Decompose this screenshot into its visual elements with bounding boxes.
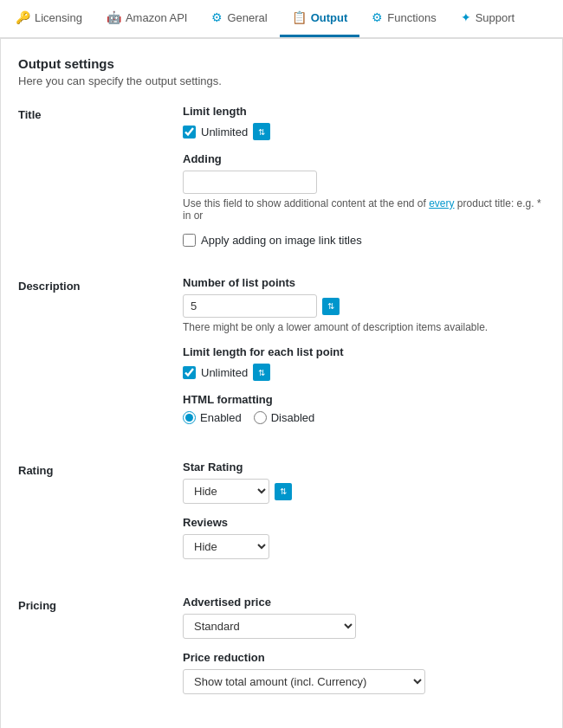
unlimited-label[interactable]: Unlimited	[201, 126, 248, 139]
star-rating-group: Star Rating Hide Show ⇅	[183, 461, 545, 504]
sort-icon-star-rating[interactable]: ⇅	[275, 483, 292, 500]
adding-group: Adding Use this field to show additional…	[183, 152, 545, 222]
tab-output[interactable]: 📋 Output	[280, 0, 360, 37]
functions-icon: ⚙	[372, 10, 383, 24]
price-reduction-group: Price reduction Show total amount (incl.…	[183, 651, 545, 694]
unlimited-checkbox-row: Unlimited ⇅	[183, 123, 545, 140]
apply-adding-row: Apply adding on image link titles	[183, 234, 545, 247]
section-desc: Here you can specify the output settings…	[18, 74, 545, 87]
tab-output-label: Output	[311, 11, 348, 24]
rating-row: Rating Star Rating Hide Show ⇅ Reviews H…	[18, 461, 545, 571]
adding-label: Adding	[183, 152, 545, 165]
reviews-label: Reviews	[183, 516, 545, 529]
limit-length-label: Limit length	[183, 105, 545, 118]
list-points-input[interactable]	[183, 294, 317, 318]
tab-licensing[interactable]: 🔑 Licensing	[3, 0, 94, 37]
reviews-select[interactable]: Hide Show	[183, 534, 269, 559]
unlimited-list-label[interactable]: Unlimited	[201, 366, 248, 379]
description-label: Description	[18, 276, 183, 293]
section-title: Output settings	[18, 56, 545, 71]
list-points-label: Number of list points	[183, 276, 545, 289]
key-icon: 🔑	[16, 10, 30, 24]
price-reduction-select[interactable]: Show total amount (incl. Currency) Show …	[183, 669, 425, 694]
html-enabled-item: Enabled	[183, 411, 242, 424]
sort-icon-desc-unlimited[interactable]: ⇅	[253, 364, 270, 381]
sort-icon-list-points[interactable]: ⇅	[322, 298, 340, 315]
advertised-price-select[interactable]: Standard Sale Original	[183, 614, 356, 639]
unlimited-checkbox[interactable]	[183, 126, 196, 139]
limit-length-list-label: Limit length for each list point	[183, 345, 545, 358]
every-link[interactable]: every	[429, 197, 454, 209]
limit-length-list-group: Limit length for each list point Unlimit…	[183, 345, 545, 381]
list-points-group: Number of list points ⇅ There might be o…	[183, 276, 545, 333]
tab-amazon-api-label: Amazon API	[126, 11, 188, 24]
pricing-row: Pricing Advertised price Standard Sale O…	[18, 596, 545, 706]
unlimited-list-checkbox[interactable]	[183, 366, 196, 379]
limit-length-group: Limit length Unlimited ⇅	[183, 105, 545, 140]
tab-bar: 🔑 Licensing 🤖 Amazon API ⚙ General 📋 Out…	[0, 0, 563, 38]
tab-functions-label: Functions	[387, 11, 436, 24]
title-controls: Limit length Unlimited ⇅ Adding Use this…	[183, 105, 545, 252]
advertised-price-label: Advertised price	[183, 596, 545, 609]
html-enabled-radio[interactable]	[183, 411, 196, 424]
tab-general-label: General	[227, 11, 267, 24]
adding-input[interactable]	[183, 171, 317, 194]
html-disabled-radio[interactable]	[254, 411, 267, 424]
tab-amazon-api[interactable]: 🤖 Amazon API	[94, 0, 200, 37]
list-points-hint: There might be only a lower amount of de…	[183, 321, 545, 333]
rating-controls: Star Rating Hide Show ⇅ Reviews Hide Sho…	[183, 461, 545, 571]
html-radio-row: Enabled Disabled	[183, 411, 545, 424]
description-controls: Number of list points ⇅ There might be o…	[183, 276, 545, 436]
tab-support[interactable]: ✦ Support	[449, 0, 527, 37]
rating-label: Rating	[18, 461, 183, 477]
html-enabled-label[interactable]: Enabled	[200, 411, 242, 424]
apply-adding-checkbox[interactable]	[183, 234, 196, 247]
advertised-price-group: Advertised price Standard Sale Original	[183, 596, 545, 639]
gear-icon: ⚙	[211, 10, 223, 24]
title-label: Title	[18, 105, 183, 121]
robot-icon: 🤖	[107, 10, 121, 24]
star-rating-select-row: Hide Show ⇅	[183, 479, 545, 504]
html-disabled-item: Disabled	[254, 411, 315, 424]
star-rating-label: Star Rating	[183, 461, 545, 474]
html-formatting-group: HTML formatting Enabled Disabled	[183, 393, 545, 424]
reviews-group: Reviews Hide Show	[183, 516, 545, 559]
tab-functions[interactable]: ⚙ Functions	[359, 0, 448, 37]
unlimited-list-checkbox-row: Unlimited ⇅	[183, 364, 545, 381]
tab-licensing-label: Licensing	[35, 11, 82, 24]
pricing-controls: Advertised price Standard Sale Original …	[183, 596, 545, 706]
price-reduction-label: Price reduction	[183, 651, 545, 664]
support-icon: ✦	[461, 10, 471, 24]
output-icon: 📋	[292, 10, 307, 24]
title-row: Title Limit length Unlimited ⇅ Adding Us…	[18, 105, 545, 252]
apply-adding-label[interactable]: Apply adding on image link titles	[201, 234, 362, 247]
list-points-row: ⇅	[183, 294, 545, 318]
star-rating-select[interactable]: Hide Show	[183, 479, 269, 504]
tab-general[interactable]: ⚙ General	[199, 0, 279, 37]
html-formatting-label: HTML formatting	[183, 393, 545, 406]
tab-support-label: Support	[476, 11, 515, 24]
html-disabled-label[interactable]: Disabled	[271, 411, 315, 424]
content-area: Output settings Here you can specify the…	[0, 38, 563, 728]
sort-icon-title[interactable]: ⇅	[253, 123, 270, 140]
adding-hint: Use this field to show additional conten…	[183, 197, 545, 222]
description-row: Description Number of list points ⇅ Ther…	[18, 276, 545, 436]
pricing-label: Pricing	[18, 596, 183, 612]
